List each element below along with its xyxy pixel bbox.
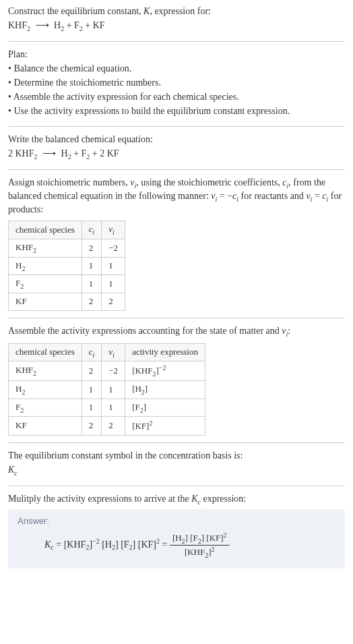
- plan-bullet-2: • Determine the stoichiometric numbers.: [8, 77, 345, 90]
- product-h2: H2: [54, 20, 64, 30]
- activity-section: Assemble the activity expressions accoun…: [8, 318, 345, 442]
- table-row: KHF2 2 −2 [KHF2]−2: [9, 361, 205, 381]
- plan-bullet-4: • Use the activity expressions to build …: [8, 105, 345, 118]
- col-ci: ci: [82, 343, 102, 361]
- plan-bullet-1: • Balance the chemical equation.: [8, 63, 345, 76]
- denominator: [KHF2]2: [170, 546, 230, 559]
- cell-c: 2: [82, 239, 102, 257]
- table-row: KHF2 2 −2: [9, 239, 125, 257]
- symbol-title: The equilibrium constant symbol in the c…: [8, 450, 345, 463]
- intro-line1: Construct the equilibrium constant, K, e…: [8, 5, 345, 18]
- cell-activity: [H2]: [125, 381, 205, 399]
- cell-species: F2: [9, 275, 82, 293]
- balanced-section: Write the balanced chemical equation: 2 …: [8, 126, 345, 169]
- table-row: KF 2 2 [KF]2: [9, 417, 205, 435]
- activity-table: chemical species ci νi activity expressi…: [8, 343, 205, 436]
- coef-2-lhs: 2: [8, 148, 15, 158]
- numerator: [H2] [F2] [KF]2: [170, 531, 230, 546]
- answer-label: Answer:: [18, 516, 335, 526]
- cell-v: 2: [102, 293, 125, 311]
- coef-2-rhs: 2: [100, 148, 107, 158]
- table-row: H2 1 1: [9, 257, 125, 275]
- cell-c: 1: [82, 275, 102, 293]
- reactant-khf2: KHF2: [8, 20, 30, 30]
- plan-title: Plan:: [8, 49, 345, 61]
- plan-bullet-3: • Assemble the activity expression for e…: [8, 91, 345, 104]
- intro-K: K: [143, 6, 150, 16]
- cell-activity: [KF]2: [125, 417, 205, 435]
- cell-v: 1: [102, 257, 125, 275]
- product-f2: F2: [74, 20, 83, 30]
- cell-activity: [F2]: [125, 399, 205, 417]
- cell-v: 1: [102, 275, 125, 293]
- plan-section: Plan: • Balance the chemical equation. •…: [8, 41, 345, 125]
- intro-equation: KHF2 ⟶ H2 + F2 + KF: [8, 20, 345, 33]
- multiply-title: Mulitply the activity expressions to arr…: [8, 493, 345, 506]
- table-row: F2 1 1 [F2]: [9, 399, 205, 417]
- cell-species: H2: [9, 257, 82, 275]
- symbol-Kc: Kc: [8, 464, 345, 477]
- table-header-row: chemical species ci νi activity expressi…: [9, 343, 205, 361]
- sub-2: 2: [27, 25, 30, 32]
- multiply-section: Mulitply the activity expressions to arr…: [8, 486, 345, 575]
- table-row: F2 1 1: [9, 275, 125, 293]
- cell-species: KHF2: [9, 239, 82, 257]
- product-kf: KF: [93, 20, 105, 30]
- balanced-title: Write the balanced chemical equation:: [8, 134, 345, 146]
- col-species: chemical species: [9, 221, 82, 239]
- balanced-equation: 2 KHF2 ⟶ H2 + F2 + 2 KF: [8, 148, 345, 161]
- intro-text-1: Construct the equilibrium constant,: [8, 6, 143, 16]
- col-ci: ci: [82, 221, 102, 239]
- cell-activity: [KHF2]−2: [125, 361, 205, 381]
- stoich-table: chemical species ci νi KHF2 2 −2 H2 1 1 …: [8, 221, 125, 311]
- answer-equation: Kc = [KHF2]−2 [H2] [F2] [KF]2 = [H2] [F2…: [18, 531, 335, 559]
- intro-section: Construct the equilibrium constant, K, e…: [8, 5, 345, 41]
- answer-box: Answer: Kc = [KHF2]−2 [H2] [F2] [KF]2 = …: [8, 509, 345, 568]
- table-row: KF 2 2: [9, 293, 125, 311]
- table-row: H2 1 1 [H2]: [9, 381, 205, 399]
- arrow-icon: ⟶: [42, 148, 56, 160]
- col-vi: νi: [102, 221, 125, 239]
- cell-c: 2: [82, 293, 102, 311]
- cell-v: −2: [102, 239, 125, 257]
- arrow-icon: ⟶: [36, 20, 49, 32]
- table-header-row: chemical species ci νi: [9, 221, 125, 239]
- symbol-section: The equilibrium constant symbol in the c…: [8, 442, 345, 486]
- col-activity: activity expression: [125, 343, 205, 361]
- activity-title: Assemble the activity expressions accoun…: [8, 325, 345, 339]
- col-vi: νi: [102, 343, 125, 361]
- stoich-text: Assign stoichiometric numbers, νi, using…: [8, 177, 345, 216]
- col-species: chemical species: [9, 343, 82, 361]
- cell-species: KF: [9, 293, 82, 311]
- stoich-section: Assign stoichiometric numbers, νi, using…: [8, 169, 345, 318]
- cell-c: 1: [82, 257, 102, 275]
- intro-text-1b: , expression for:: [150, 6, 211, 16]
- fraction: [H2] [F2] [KF]2 [KHF2]2: [170, 531, 230, 559]
